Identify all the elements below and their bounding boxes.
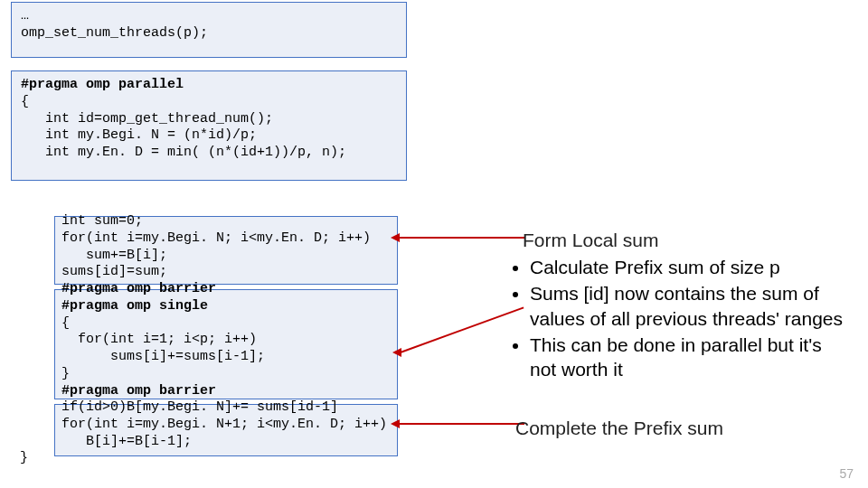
code-line: for(int i=my.Begi. N; i<my.En. D; i++) (61, 230, 371, 246)
code-line: { (21, 94, 29, 109)
code-block-setup: … omp_set_num_threads(p); (11, 2, 407, 58)
code-line: for(int i=1; i<p; i++) (61, 332, 257, 347)
code-line: omp_set_num_threads(p); (21, 25, 208, 41)
code-line: } (61, 366, 70, 381)
code-pragma: #pragma omp barrier (61, 281, 216, 296)
code-line: B[i]+=B[i-1]; (61, 434, 192, 449)
code-line: int id=omp_get_thread_num(); (21, 111, 273, 127)
page-number: 57 (839, 466, 854, 481)
code-block-parallel: #pragma omp parallel { int id=omp_get_th… (11, 70, 407, 181)
note-complete-prefix: Complete the Prefix sum (515, 416, 723, 440)
code-line: … (21, 8, 29, 23)
code-line: for(int i=my.Begi. N+1; i<my.En. D; i++) (61, 417, 387, 432)
code-closing-brace: } (20, 450, 28, 465)
code-line: sum+=B[i]; (61, 248, 167, 263)
code-line: sums[i]+=sums[i-1]; (61, 349, 265, 364)
code-line: int my.Begi. N = (n*id)/p; (21, 127, 257, 143)
code-line: { (61, 315, 70, 331)
code-line: int sum=0; (61, 213, 143, 229)
note-form-local-sum: Form Local sum (523, 228, 659, 252)
code-line: sums[id]=sum; (61, 264, 167, 279)
bullet-item: This can be done in parallel but it's no… (530, 333, 852, 382)
code-block-body: int sum=0; for(int i=my.Begi. N; i<my.En… (36, 210, 407, 445)
code-line: if(id>0)B[my.Begi. N]+= sums[id-1] (61, 399, 338, 415)
bullet-item: Sums [id] now contains the sum of values… (530, 281, 852, 331)
code-pragma: #pragma omp barrier (61, 383, 216, 399)
code-line: int my.En. D = min( (n*(id+1))/p, n); (21, 145, 346, 160)
notes-bullets: Calculate Prefix sum of size p Sums [id]… (508, 255, 852, 383)
code-pragma: #pragma omp parallel (21, 77, 184, 92)
bullet-item: Calculate Prefix sum of size p (530, 255, 852, 279)
code-pragma: #pragma omp single (61, 298, 208, 314)
